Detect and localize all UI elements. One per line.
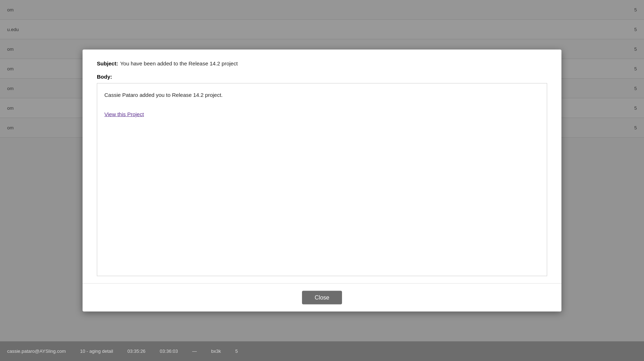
modal-overlay: Subject: You have been added to the Rele… [0, 0, 644, 361]
bottom-bar-time2: 03:36:03 [160, 348, 178, 354]
modal-dialog: Subject: You have been added to the Rele… [83, 50, 561, 312]
subject-text: You have been added to the Release 14.2 … [120, 60, 238, 66]
view-project-link[interactable]: View this Project [104, 111, 144, 117]
bottom-bar-project: 10 - aging detail [80, 348, 113, 354]
bottom-bar-dash: — [192, 348, 197, 354]
body-content-box: Cassie Pataro added you to Release 14.2 … [97, 83, 547, 276]
bottom-bar: cassie.pataro@AYSling.com 10 - aging det… [0, 341, 644, 361]
bottom-bar-email: cassie.pataro@AYSling.com [7, 348, 66, 354]
subject-line: Subject: You have been added to the Rele… [97, 60, 547, 66]
bottom-bar-number: 5 [235, 348, 238, 354]
subject-label: Subject: [97, 60, 118, 66]
modal-footer: Close [83, 283, 561, 312]
bottom-bar-code: bx3k [211, 348, 221, 354]
close-button[interactable]: Close [302, 291, 342, 305]
body-label: Body: [97, 74, 547, 80]
modal-body: Subject: You have been added to the Rele… [83, 50, 561, 283]
body-main-text: Cassie Pataro added you to Release 14.2 … [104, 91, 540, 99]
bottom-bar-time1: 03:35:26 [128, 348, 146, 354]
